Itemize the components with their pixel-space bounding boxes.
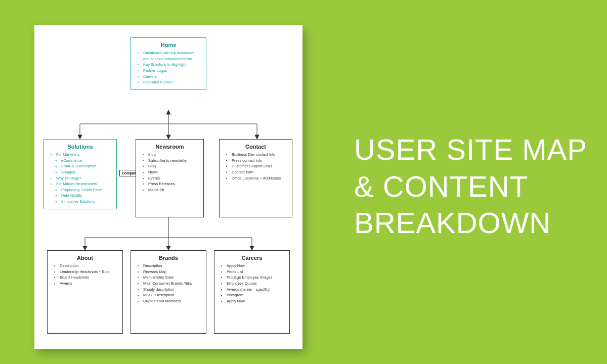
node-home-heading: Home xyxy=(136,42,201,48)
list-item: For MarketerseCommerceEmail & Subscripti… xyxy=(56,152,111,175)
list-item: Key Solutions to Highlight xyxy=(143,62,201,68)
list-item: Employee Quotes xyxy=(227,281,284,287)
list-item: Instagram xyxy=(227,292,284,298)
list-item: Leadership Headshots + Bios xyxy=(60,269,117,275)
list-item: Awards xyxy=(60,281,117,287)
list-item: Main Consumer Brands Tabs xyxy=(143,281,201,287)
node-careers: Careers Apply NowPerks ListProdege Emplo… xyxy=(214,250,290,334)
list-item: News xyxy=(148,169,198,175)
node-brands: Brands DescriptionRewards MapMembership … xyxy=(131,250,206,334)
node-contact: Contact Business Dev contact infoPress c… xyxy=(219,139,292,217)
node-solutions: Solutions For MarketerseCommerceEmail & … xyxy=(44,139,117,209)
node-about-heading: About xyxy=(53,255,117,261)
list-item: Business Dev contact info xyxy=(232,152,287,158)
list-item: MGC+ Description xyxy=(143,292,201,298)
node-careers-heading: Careers xyxy=(220,255,284,261)
node-home-list: Dashboard with top newsroom and solution… xyxy=(136,50,201,85)
list-item: eCommerce xyxy=(61,158,111,164)
list-item: Subscribe to newsletter xyxy=(148,158,198,164)
svg-marker-4 xyxy=(78,135,82,139)
list-item: Contact form xyxy=(232,169,287,175)
list-item: Quotes from Members xyxy=(143,298,201,304)
list-item: Apply Now xyxy=(227,298,284,304)
list-item: Blog xyxy=(148,163,198,169)
node-solutions-heading: Solutions xyxy=(49,144,111,150)
list-item: Partner Logos xyxy=(143,68,201,74)
page-title: USER SITE MAP & CONTENT BREAKDOWN xyxy=(354,131,587,242)
list-item: Innovative Solutions xyxy=(61,199,111,205)
svg-marker-13 xyxy=(83,246,87,250)
list-item: Email & Subscription xyxy=(61,163,111,169)
node-brands-list: DescriptionRewards MapMembership StatsMa… xyxy=(136,263,201,304)
list-item: Perks List xyxy=(227,269,284,275)
node-about-list: DescriptionLeadership Headshots + BiosBo… xyxy=(53,263,117,287)
list-item: Prodege Employee Images xyxy=(227,275,284,281)
list-item: Customer Support Links xyxy=(232,163,287,169)
node-newsroom: Newsroom IntroSubscribe to newsletterBlo… xyxy=(136,139,204,217)
svg-marker-6 xyxy=(166,135,170,139)
list-item: Dashboard with top newsroom and solution… xyxy=(143,50,201,62)
node-brands-heading: Brands xyxy=(136,255,201,261)
list-item: Events xyxy=(148,175,198,181)
list-item: Office Locations + Addresses xyxy=(232,175,287,181)
list-item: Intro xyxy=(148,152,198,158)
node-careers-list: Apply NowPerks ListProdege Employee Imag… xyxy=(220,263,284,304)
list-item: Awards (career - specific) xyxy=(227,287,284,293)
title-line-1: USER SITE MAP xyxy=(354,131,587,168)
list-item: For Market ResearchersProprietary Global… xyxy=(56,181,111,205)
node-newsroom-list: IntroSubscribe to newsletterBlogNewsEven… xyxy=(141,152,198,193)
svg-marker-8 xyxy=(255,135,259,139)
title-line-2: & CONTENT xyxy=(354,168,587,205)
svg-marker-1 xyxy=(166,110,170,114)
node-home: Home Dashboard with top newsroom and sol… xyxy=(131,37,206,90)
list-item: Shoply description xyxy=(143,287,201,293)
list-item: Membership Stats xyxy=(143,275,201,281)
list-item: Apply Now xyxy=(227,263,284,269)
list-item: Press contact info xyxy=(232,158,287,164)
list-item: Board Headshots xyxy=(60,275,117,281)
list-item: Careers xyxy=(143,74,201,80)
title-line-3: BREAKDOWN xyxy=(354,205,587,242)
node-newsroom-heading: Newsroom xyxy=(141,144,198,150)
list-item: Description xyxy=(60,263,117,269)
list-item: Why Prodege? xyxy=(56,175,111,181)
node-solutions-list: For MarketerseCommerceEmail & Subscripti… xyxy=(49,152,111,205)
node-about: About DescriptionLeadership Headshots + … xyxy=(47,250,123,334)
list-item: Description xyxy=(143,263,201,269)
list-item: Proprietary Global Panel xyxy=(61,187,111,193)
list-item: Rewards Map xyxy=(143,269,201,275)
list-item: Data Quality xyxy=(61,193,111,199)
svg-marker-17 xyxy=(250,246,254,250)
sitemap-document: Home Dashboard with top newsroom and sol… xyxy=(34,25,302,349)
list-item: Media Kit xyxy=(148,187,198,193)
svg-marker-15 xyxy=(166,246,170,250)
list-item: Extended Footer? xyxy=(143,79,201,85)
list-item: Shopper xyxy=(61,169,111,175)
list-item: Press Releases xyxy=(148,181,198,187)
node-contact-heading: Contact xyxy=(225,144,287,150)
node-contact-list: Business Dev contact infoPress contact i… xyxy=(225,152,287,181)
